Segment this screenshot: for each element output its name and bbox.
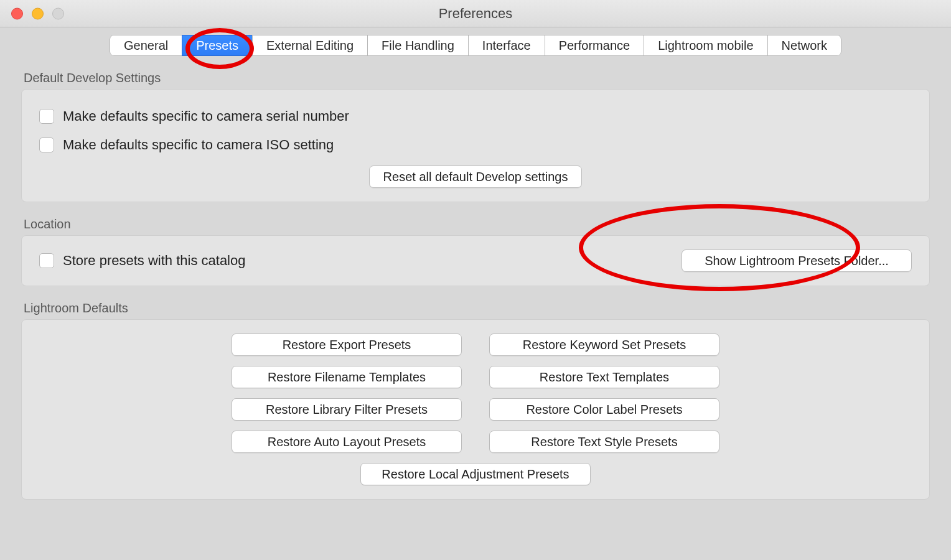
tab-network[interactable]: Network [767, 35, 841, 56]
close-icon[interactable] [11, 7, 23, 19]
row-iso: Make defaults specific to camera ISO set… [39, 137, 912, 153]
restore-library-filter-button[interactable]: Restore Library Filter Presets [232, 398, 462, 421]
restore-keyword-button[interactable]: Restore Keyword Set Presets [489, 334, 719, 356]
restore-local-adjustment-button[interactable]: Restore Local Adjustment Presets [360, 463, 591, 485]
restore-filename-button[interactable]: Restore Filename Templates [232, 366, 462, 388]
restore-export-button[interactable]: Restore Export Presets [232, 334, 462, 356]
restore-color-label-button[interactable]: Restore Color Label Presets [489, 398, 719, 421]
row-location: Store presets with this catalog Show Lig… [39, 250, 912, 272]
restore-auto-layout-button[interactable]: Restore Auto Layout Presets [232, 431, 462, 453]
tab-general[interactable]: General [110, 35, 182, 56]
zoom-icon [52, 7, 64, 19]
defaults-grid: Restore Export Presets Restore Keyword S… [39, 334, 912, 485]
window-title: Preferences [439, 6, 513, 22]
tab-performance[interactable]: Performance [545, 35, 645, 56]
show-presets-folder-button[interactable]: Show Lightroom Presets Folder... [682, 250, 912, 272]
restore-text-style-button[interactable]: Restore Text Style Presets [489, 431, 719, 453]
checkbox-store[interactable] [39, 253, 54, 268]
checkbox-serial[interactable] [39, 109, 54, 124]
tab-file-handling[interactable]: File Handling [367, 35, 469, 56]
checkbox-iso[interactable] [39, 138, 54, 152]
panel-defaults: Restore Export Presets Restore Keyword S… [21, 319, 930, 500]
reset-develop-button[interactable]: Reset all default Develop settings [369, 166, 583, 188]
section-develop: Default Develop Settings Make defaults s… [21, 71, 930, 202]
label-store: Store presets with this catalog [63, 253, 245, 269]
section-location-title: Location [24, 217, 930, 231]
tab-interface[interactable]: Interface [468, 35, 545, 56]
label-serial: Make defaults specific to camera serial … [63, 108, 349, 124]
panel-location: Store presets with this catalog Show Lig… [21, 235, 930, 286]
section-defaults-title: Lightroom Defaults [24, 301, 930, 315]
minimize-icon[interactable] [32, 7, 44, 19]
content-area: General Presets External Editing File Ha… [0, 27, 951, 500]
titlebar: Preferences [0, 0, 951, 27]
tab-bar: General Presets External Editing File Ha… [21, 35, 930, 56]
label-iso: Make defaults specific to camera ISO set… [63, 137, 334, 153]
row-store: Store presets with this catalog [39, 253, 245, 269]
tab-presets[interactable]: Presets [182, 35, 253, 56]
panel-develop: Make defaults specific to camera serial … [21, 89, 930, 202]
section-develop-title: Default Develop Settings [24, 71, 930, 85]
window-controls [11, 7, 64, 19]
section-defaults: Lightroom Defaults Restore Export Preset… [21, 301, 930, 500]
row-serial: Make defaults specific to camera serial … [39, 108, 912, 124]
tab-lightroom-mobile[interactable]: Lightroom mobile [644, 35, 767, 56]
restore-text-templates-button[interactable]: Restore Text Templates [489, 366, 719, 388]
row-local: Restore Local Adjustment Presets [232, 463, 719, 485]
tab-external-editing[interactable]: External Editing [252, 35, 368, 56]
section-location: Location Store presets with this catalog… [21, 217, 930, 286]
row-reset: Reset all default Develop settings [39, 166, 912, 188]
tab-segment: General Presets External Editing File Ha… [110, 35, 841, 56]
